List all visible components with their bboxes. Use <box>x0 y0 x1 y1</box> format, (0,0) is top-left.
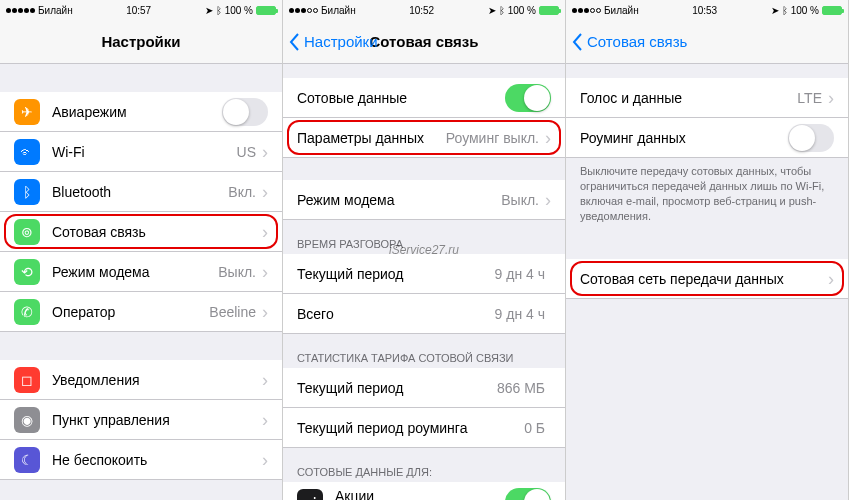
chevron-right-icon: › <box>545 191 551 209</box>
chevron-right-icon: › <box>262 183 268 201</box>
airplane-toggle[interactable] <box>222 98 268 126</box>
signal-icon <box>572 8 601 13</box>
section-header-apps: СОТОВЫЕ ДАННЫЕ ДЛЯ: <box>283 448 565 482</box>
notifications-icon: ◻ <box>14 367 40 393</box>
app-stocks-toggle[interactable] <box>505 488 551 501</box>
row-airplane[interactable]: ✈ Авиарежим <box>0 92 282 132</box>
battery-percent: 100 % <box>508 5 536 16</box>
chevron-left-icon <box>289 33 300 51</box>
section-header-calltime: ВРЕМЯ РАЗГОВОРА <box>283 220 565 254</box>
row-carrier[interactable]: ✆ Оператор Beeline › <box>0 292 282 332</box>
cellular-icon: ⊚ <box>14 219 40 245</box>
chevron-right-icon: › <box>262 303 268 321</box>
airplane-icon: ✈ <box>14 99 40 125</box>
signal-icon <box>289 8 318 13</box>
clock: 10:53 <box>692 5 717 16</box>
carrier-label: Билайн <box>604 5 639 16</box>
chevron-right-icon: › <box>262 263 268 281</box>
row-cell-network[interactable]: Сотовая сеть передачи данных › <box>566 259 848 299</box>
status-bar: Билайн 10:52 ➤ ᛒ 100 % <box>283 0 565 20</box>
row-cellular-data[interactable]: Сотовые данные <box>283 78 565 118</box>
clock: 10:52 <box>409 5 434 16</box>
chevron-right-icon: › <box>828 270 834 288</box>
carrier-label: Билайн <box>321 5 356 16</box>
clock: 10:57 <box>126 5 151 16</box>
section-header-stats: СТАТИСТИКА ТАРИФА СОТОВОЙ СВЯЗИ <box>283 334 565 368</box>
row-wifi[interactable]: ᯤ Wi-Fi US › <box>0 132 282 172</box>
location-icon: ➤ <box>205 5 213 16</box>
row-lifetime: Всего 9 дн 4 ч <box>283 294 565 334</box>
cellular-list[interactable]: Сотовые данные Параметры данных Роуминг … <box>283 64 565 500</box>
row-app-stocks[interactable]: ⋰ Акции 22,3 КБ <box>283 482 565 500</box>
row-hotspot[interactable]: Режим модема Выкл. › <box>283 180 565 220</box>
row-voice-data[interactable]: Голос и данные LTE › <box>566 78 848 118</box>
bluetooth-icon: ᛒ <box>499 5 505 16</box>
chevron-right-icon: › <box>262 411 268 429</box>
chevron-right-icon: › <box>545 129 551 147</box>
battery-percent: 100 % <box>791 5 819 16</box>
chevron-left-icon <box>572 33 583 51</box>
wifi-icon: ᯤ <box>14 139 40 165</box>
chevron-right-icon: › <box>828 89 834 107</box>
nav-bar: Настройки Сотовая связь <box>283 20 565 64</box>
row-data-roaming: Текущий период роуминга 0 Б <box>283 408 565 448</box>
row-notifications[interactable]: ◻ Уведомления › <box>0 360 282 400</box>
cellular-screen: Билайн 10:52 ➤ ᛒ 100 % Настройки Сотовая… <box>283 0 566 500</box>
stocks-icon: ⋰ <box>297 489 323 501</box>
data-roaming-toggle[interactable] <box>788 124 834 152</box>
carrier-label: Билайн <box>38 5 73 16</box>
nav-bar: Настройки <box>0 20 282 64</box>
nav-title: Настройки <box>0 33 282 50</box>
bluetooth-icon: ᛒ <box>14 179 40 205</box>
row-control-center[interactable]: ◉ Пункт управления › <box>0 400 282 440</box>
moon-icon: ☾ <box>14 447 40 473</box>
data-options-list[interactable]: Голос и данные LTE › Роуминг данных Выкл… <box>566 64 848 500</box>
row-data-roaming[interactable]: Роуминг данных <box>566 118 848 158</box>
row-dnd[interactable]: ☾ Не беспокоить › <box>0 440 282 480</box>
battery-icon <box>539 6 559 15</box>
row-data-options[interactable]: Параметры данных Роуминг выкл. › <box>283 118 565 158</box>
hotspot-icon: ⟲ <box>14 259 40 285</box>
bluetooth-icon: ᛒ <box>782 5 788 16</box>
location-icon: ➤ <box>771 5 779 16</box>
signal-icon <box>6 8 35 13</box>
battery-icon <box>822 6 842 15</box>
control-center-icon: ◉ <box>14 407 40 433</box>
row-data-current: Текущий период 866 МБ <box>283 368 565 408</box>
chevron-right-icon: › <box>262 371 268 389</box>
cellular-data-toggle[interactable] <box>505 84 551 112</box>
status-bar: Билайн 10:53 ➤ ᛒ 100 % <box>566 0 848 20</box>
chevron-right-icon: › <box>262 143 268 161</box>
back-button[interactable]: Сотовая связь <box>566 33 687 51</box>
settings-root-screen: Билайн 10:57 ➤ ᛒ 100 % Настройки ✈ Авиар… <box>0 0 283 500</box>
roaming-footer: Выключите передачу сотовых данных, чтобы… <box>566 158 848 229</box>
settings-list[interactable]: ✈ Авиарежим ᯤ Wi-Fi US › ᛒ Bluetooth Вкл… <box>0 64 282 500</box>
chevron-right-icon: › <box>262 451 268 469</box>
back-button[interactable]: Настройки <box>283 33 378 51</box>
status-bar: Билайн 10:57 ➤ ᛒ 100 % <box>0 0 282 20</box>
phone-icon: ✆ <box>14 299 40 325</box>
location-icon: ➤ <box>488 5 496 16</box>
battery-icon <box>256 6 276 15</box>
row-bluetooth[interactable]: ᛒ Bluetooth Вкл. › <box>0 172 282 212</box>
chevron-right-icon: › <box>262 223 268 241</box>
row-cellular[interactable]: ⊚ Сотовая связь › <box>0 212 282 252</box>
data-options-screen: Билайн 10:53 ➤ ᛒ 100 % Сотовая связь Гол… <box>566 0 849 500</box>
bluetooth-icon: ᛒ <box>216 5 222 16</box>
row-current-period: Текущий период 9 дн 4 ч <box>283 254 565 294</box>
row-hotspot[interactable]: ⟲ Режим модема Выкл. › <box>0 252 282 292</box>
battery-percent: 100 % <box>225 5 253 16</box>
nav-bar: Сотовая связь <box>566 20 848 64</box>
